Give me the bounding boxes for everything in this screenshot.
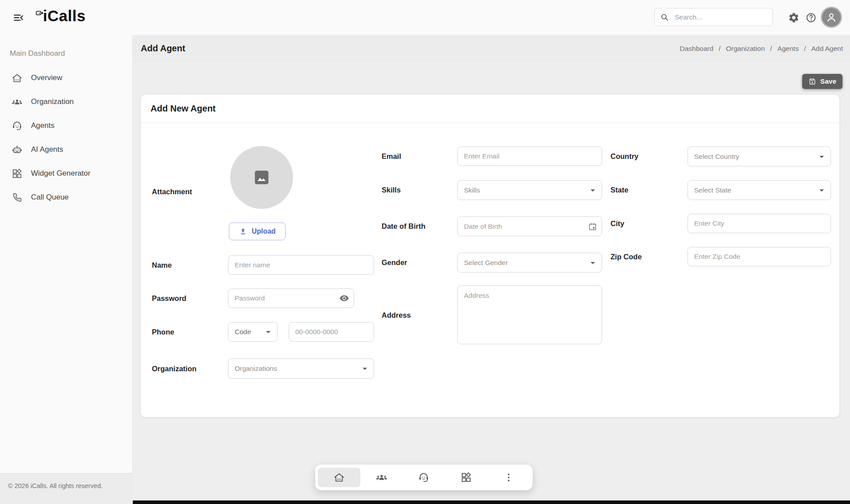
chevron-down-icon [263, 327, 274, 337]
dock-agents-button[interactable] [403, 468, 445, 487]
save-button-label: Save [820, 77, 836, 85]
attachment-avatar-placeholder[interactable] [230, 146, 293, 209]
phone-code-select[interactable]: Code [228, 322, 278, 342]
other-houses-icon [333, 472, 345, 483]
gender-label: Gender [382, 253, 407, 273]
country-label: Country [610, 146, 638, 166]
password-input[interactable] [228, 289, 354, 308]
page-header: Add Agent Dashboard / Organization / Age… [133, 35, 850, 62]
main-content: Add Agent Dashboard / Organization / Age… [133, 35, 850, 504]
person-icon [825, 11, 838, 23]
zip-input[interactable] [688, 247, 831, 266]
search-icon [660, 13, 669, 22]
address-textarea[interactable] [457, 285, 602, 344]
menu-open-icon[interactable] [12, 12, 25, 24]
skills-select[interactable]: Skills [457, 180, 602, 200]
sidebar-item-ai-agents[interactable]: AI Agents [0, 138, 132, 162]
card-title: Add New Agent [141, 95, 839, 123]
chevron-down-icon [359, 363, 370, 374]
dob-input[interactable] [457, 216, 602, 236]
help-icon[interactable] [805, 12, 817, 23]
add-agent-form: Attachment Upload Name Password [141, 123, 839, 417]
settings-gear-icon[interactable] [788, 12, 800, 23]
state-value: Select State [694, 186, 731, 194]
upload-icon [239, 227, 247, 236]
skills-value: Skills [464, 186, 480, 194]
attachment-label: Attachment [152, 186, 192, 197]
chevron-down-icon [816, 151, 827, 162]
sidebar-item-overview[interactable]: Overview [0, 66, 132, 90]
copyright-footer: © 2026 iCalls. All rights reserved. [0, 473, 133, 504]
logo-text: iCalls [43, 4, 85, 27]
password-label: Password [152, 289, 186, 308]
upload-button-label: Upload [251, 227, 275, 235]
organization-label: Organization [152, 358, 197, 379]
country-select[interactable]: Select Country [688, 146, 831, 166]
skills-label: Skills [382, 180, 401, 200]
robot-icon [12, 144, 23, 155]
phone-number-input[interactable] [289, 322, 374, 342]
breadcrumb-separator: / [770, 45, 772, 53]
organization-value: Organizations [235, 365, 277, 373]
more-vert-icon [503, 472, 514, 483]
sidebar-item-call-queue[interactable]: Call Queue [0, 185, 132, 209]
sidebar-item-label: Organization [31, 97, 73, 106]
sidebar-item-organization[interactable]: Organization [0, 90, 132, 114]
country-value: Select Country [694, 153, 739, 161]
breadcrumb-organization[interactable]: Organization [726, 45, 765, 53]
dock-more-button[interactable] [487, 468, 530, 487]
sidebar-nav: Overview Organization Agents AI Agents W… [0, 66, 132, 209]
groups-icon [12, 96, 23, 108]
name-input[interactable] [228, 255, 374, 275]
email-input[interactable] [457, 146, 602, 166]
breadcrumb-dashboard[interactable]: Dashboard [680, 45, 714, 53]
dock-home-button[interactable] [318, 468, 360, 487]
breadcrumb-agents[interactable]: Agents [777, 45, 799, 53]
calendar-icon[interactable] [588, 222, 597, 231]
sidebar: Main Dashboard Overview Organization Age… [0, 35, 133, 504]
visibility-eye-icon[interactable] [339, 293, 349, 304]
app-window: iCalls Main Dashboard Overview Organizat… [0, 0, 850, 504]
breadcrumb: Dashboard / Organization / Agents / Add … [680, 45, 843, 53]
top-bar: iCalls [0, 0, 850, 35]
sidebar-item-label: AI Agents [31, 145, 63, 154]
sidebar-item-label: Call Queue [31, 193, 69, 202]
search-box[interactable] [654, 8, 773, 26]
gender-value: Select Gender [464, 259, 508, 267]
groups-icon [376, 472, 387, 483]
other-houses-icon [12, 73, 23, 84]
sidebar-item-label: Overview [31, 73, 62, 82]
add-agent-card: Add New Agent Attachment Upload Name Pas… [141, 95, 839, 417]
breadcrumb-add-agent[interactable]: Add Agent [811, 45, 843, 53]
chevron-down-icon [587, 185, 598, 196]
city-label: City [610, 214, 624, 233]
city-input[interactable] [688, 214, 831, 233]
gender-select[interactable]: Select Gender [457, 253, 602, 273]
bottom-strip [133, 500, 850, 504]
sidebar-item-agents[interactable]: Agents [0, 114, 132, 138]
sidebar-item-widget-generator[interactable]: Widget Generator [0, 162, 132, 185]
widgets-icon [460, 472, 472, 483]
phone-code-value: Code [235, 328, 251, 336]
upload-button[interactable]: Upload [229, 223, 286, 240]
breadcrumb-separator: / [804, 45, 806, 53]
sidebar-item-label: Widget Generator [31, 169, 90, 178]
phone-label: Phone [152, 322, 174, 342]
chevron-down-icon [587, 258, 598, 268]
save-button[interactable]: Save [802, 74, 842, 89]
save-icon [808, 77, 816, 85]
app-logo: iCalls [35, 4, 85, 27]
user-avatar[interactable] [821, 7, 842, 28]
state-select[interactable]: Select State [688, 180, 831, 200]
email-label: Email [382, 146, 401, 166]
address-label: Address [382, 309, 411, 321]
search-input[interactable] [674, 13, 767, 22]
dock-widgets-button[interactable] [445, 468, 487, 487]
sidebar-item-label: Agents [31, 121, 54, 130]
sidebar-section-label: Main Dashboard [10, 49, 132, 58]
image-icon [251, 167, 272, 188]
dock-organization-button[interactable] [360, 468, 403, 487]
dob-label: Date of Birth [382, 216, 425, 236]
organization-select[interactable]: Organizations [228, 358, 374, 379]
breadcrumb-separator: / [719, 45, 720, 53]
